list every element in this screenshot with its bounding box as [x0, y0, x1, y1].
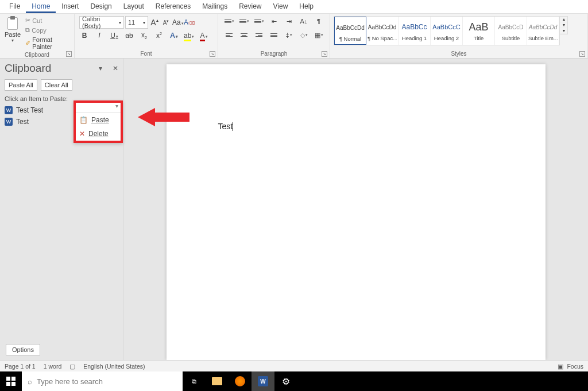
clipboard-options-button[interactable]: Options: [6, 344, 40, 355]
document-area: Test: [123, 59, 588, 360]
status-words[interactable]: 1 word: [44, 363, 62, 370]
tab-view[interactable]: View: [268, 0, 294, 13]
delete-icon: ✕: [79, 130, 85, 138]
sort-button[interactable]: A↓: [297, 16, 310, 26]
highlight-button[interactable]: ab: [184, 32, 194, 40]
clipboard-item-text: Test: [16, 118, 29, 126]
context-paste[interactable]: 📋 Paste: [76, 113, 121, 127]
focus-mode-icon[interactable]: ▣: [558, 363, 563, 370]
tab-references[interactable]: References: [150, 0, 196, 13]
styles-scroll-down[interactable]: ▾: [560, 22, 567, 28]
ribbon-tabs: File Home Insert Design Layout Reference…: [0, 0, 588, 14]
settings-button[interactable]: ⚙: [274, 371, 297, 391]
underline-button[interactable]: U: [109, 32, 119, 40]
status-language[interactable]: English (United States): [83, 363, 145, 370]
shading-button[interactable]: ◇: [297, 30, 310, 40]
scissors-icon: ✂: [25, 17, 30, 24]
font-color-button[interactable]: A: [199, 32, 209, 40]
context-delete[interactable]: ✕ Delete: [76, 127, 121, 141]
cut-button[interactable]: ✂ Cut: [24, 16, 71, 25]
clear-formatting-button[interactable]: A⌫: [184, 18, 194, 26]
paste-icon: 📋: [79, 116, 88, 124]
style---normal[interactable]: AaBbCcDd¶ Normal: [334, 17, 366, 45]
tab-insert[interactable]: Insert: [56, 0, 84, 13]
word-button[interactable]: W: [252, 371, 274, 391]
copy-label: Copy: [32, 27, 47, 34]
format-painter-label: Format Painter: [32, 36, 69, 50]
font-size-value: 11: [128, 19, 135, 26]
tab-review[interactable]: Review: [233, 0, 267, 13]
context-dropdown-toggle[interactable]: ▾: [76, 103, 121, 113]
status-proofing-icon[interactable]: ▢: [69, 363, 75, 370]
style-heading-2[interactable]: AaBbCcCHeading 2: [431, 17, 463, 45]
styles-expand[interactable]: ▾: [560, 28, 567, 34]
document-page[interactable]: Test: [167, 64, 546, 360]
increase-indent-button[interactable]: ⇥: [283, 16, 295, 26]
italic-button[interactable]: I: [94, 31, 105, 40]
borders-button[interactable]: ▦: [312, 30, 325, 40]
subscript-button[interactable]: x2: [139, 31, 149, 40]
paste-label: Paste: [5, 31, 21, 38]
align-right-button[interactable]: [253, 30, 265, 40]
multilevel-list-button[interactable]: [253, 16, 265, 26]
paste-all-button[interactable]: Paste All: [5, 79, 37, 91]
grow-font-button[interactable]: A▴: [149, 18, 160, 27]
styles-launcher[interactable]: ↘: [579, 51, 585, 57]
paragraph-launcher[interactable]: ↘: [322, 51, 327, 57]
bullets-button[interactable]: [223, 16, 235, 26]
justify-button[interactable]: [268, 30, 280, 40]
style---no-spac---[interactable]: AaBbCcDd¶ No Spac...: [366, 17, 399, 45]
word-item-icon: W: [5, 106, 13, 114]
styles-gallery: AaBbCcDd¶ NormalAaBbCcDd¶ No Spac...AaBb…: [334, 16, 560, 45]
superscript-button[interactable]: x2: [154, 32, 164, 40]
tab-layout[interactable]: Layout: [118, 0, 150, 13]
group-styles: AaBbCcDd¶ NormalAaBbCcDd¶ No Spac...AaBb…: [330, 14, 588, 58]
windows-icon: [6, 377, 16, 386]
clipboard-pane-close[interactable]: ✕: [113, 64, 118, 72]
align-left-button[interactable]: [223, 30, 235, 40]
format-painter-button[interactable]: ✐ Format Painter: [24, 36, 71, 51]
taskbar-search[interactable]: ⌕ Type here to search: [22, 371, 183, 391]
tab-design[interactable]: Design: [84, 0, 117, 13]
paintbrush-icon: ✐: [25, 40, 30, 47]
svg-rect-2: [11, 377, 16, 381]
firefox-button[interactable]: [229, 371, 252, 391]
align-center-button[interactable]: [238, 30, 250, 40]
clipboard-item-text: Test Test: [16, 106, 43, 114]
numbering-button[interactable]: [238, 16, 250, 26]
copy-button[interactable]: ⧉ Copy: [24, 26, 71, 34]
group-label-font: Font: [77, 51, 215, 58]
task-view-button[interactable]: ⧉: [183, 371, 206, 391]
tab-home[interactable]: Home: [26, 0, 56, 13]
clipboard-pane-menu[interactable]: ▾: [99, 64, 102, 72]
file-explorer-button[interactable]: [206, 371, 229, 391]
start-button[interactable]: [0, 371, 22, 391]
tab-mailings[interactable]: Mailings: [196, 0, 233, 13]
tab-file[interactable]: File: [3, 0, 26, 13]
text-effects-button[interactable]: A: [169, 32, 179, 40]
text-cursor: [233, 122, 233, 131]
font-launcher[interactable]: ↘: [210, 51, 215, 57]
bold-button[interactable]: B: [79, 32, 90, 40]
change-case-button[interactable]: Aa: [172, 18, 183, 26]
strikethrough-button[interactable]: ab: [124, 32, 134, 40]
status-focus[interactable]: Focus: [567, 363, 583, 370]
font-size-combo[interactable]: 11▾: [125, 16, 148, 29]
style-heading-1[interactable]: AaBbCcHeading 1: [399, 17, 431, 45]
decrease-indent-button[interactable]: ⇤: [268, 16, 280, 26]
styles-scroll-up[interactable]: ▴: [560, 17, 567, 22]
paste-button[interactable]: Paste ▾: [2, 15, 23, 44]
style-subtitle[interactable]: AaBbCcDSubtitle: [495, 17, 527, 45]
tab-help[interactable]: Help: [293, 0, 319, 13]
shrink-font-button[interactable]: A▾: [161, 19, 171, 26]
clear-all-button[interactable]: Clear All: [41, 79, 72, 91]
show-marks-button[interactable]: ¶: [312, 16, 325, 26]
line-spacing-button[interactable]: ‡: [283, 30, 295, 40]
document-text: Test: [218, 122, 233, 131]
style-title[interactable]: AaBTitle: [463, 17, 495, 45]
svg-rect-1: [6, 377, 10, 381]
clipboard-launcher[interactable]: ↘: [66, 51, 72, 57]
status-page[interactable]: Page 1 of 1: [5, 363, 36, 370]
font-name-combo[interactable]: Calibri (Body)▾: [79, 16, 124, 29]
style-subtle-em---[interactable]: AaBbCcDdSubtle Em...: [527, 17, 559, 45]
